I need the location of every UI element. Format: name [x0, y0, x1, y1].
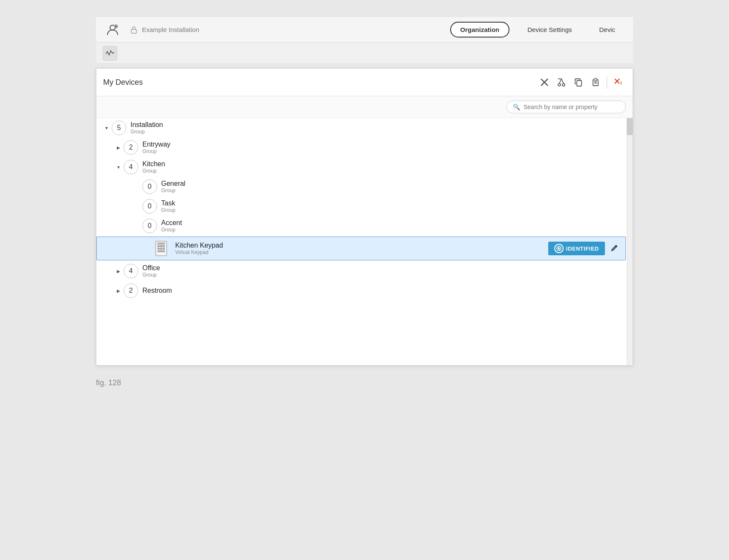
activity-icon[interactable]	[103, 46, 117, 61]
collapse-arrow-installation[interactable]: ▼	[103, 124, 110, 131]
device-name-block: Kitchen Keypad Virtual Keypad	[175, 242, 542, 255]
panel-actions: !	[537, 75, 626, 90]
label-accent: Accent Group	[161, 219, 182, 233]
identified-badge: IDENTIFIED	[548, 242, 605, 255]
svg-rect-23	[160, 245, 162, 247]
badge-installation: 5	[112, 121, 126, 135]
identified-icon	[554, 244, 564, 253]
scroll-thumb[interactable]	[627, 118, 633, 135]
copy-button[interactable]	[571, 75, 586, 90]
search-wrapper[interactable]: 🔍	[506, 101, 626, 113]
main-panel: My Devices	[96, 68, 633, 366]
badge-entryway: 2	[124, 140, 138, 155]
tree-item-entryway[interactable]: ▶ 2 Entryway Group	[96, 138, 633, 157]
search-input[interactable]	[524, 104, 619, 110]
fig-caption: fig. 128	[96, 378, 121, 387]
panel-header: My Devices	[96, 69, 633, 96]
svg-point-6	[562, 84, 565, 86]
svg-rect-21	[163, 243, 165, 244]
badge-accent: 0	[142, 219, 157, 233]
install-label: Example Installation	[129, 25, 199, 35]
collapse-arrow-kitchen[interactable]: ▼	[115, 164, 122, 170]
delete-button[interactable]	[537, 75, 552, 90]
device-settings-button[interactable]: Device Settings	[518, 23, 581, 37]
svg-rect-29	[160, 251, 162, 252]
activity-bar	[96, 43, 633, 64]
paste-button[interactable]	[588, 75, 603, 90]
svg-rect-30	[163, 251, 165, 252]
svg-rect-24	[163, 245, 165, 247]
svg-rect-20	[160, 243, 162, 244]
panel-title: My Devices	[103, 78, 537, 87]
device-row-kitchen-keypad[interactable]: Kitchen Keypad Virtual Keypad	[96, 237, 626, 260]
svg-line-7	[559, 79, 561, 84]
tree-item-kitchen[interactable]: ▼ 4 Kitchen Group	[96, 157, 633, 177]
svg-rect-26	[160, 248, 162, 249]
svg-rect-2	[131, 29, 136, 33]
svg-rect-25	[158, 248, 159, 249]
svg-text:!: !	[620, 81, 622, 86]
svg-rect-10	[577, 81, 581, 86]
tree-item-task[interactable]: ▶ 0 Task Group	[96, 196, 633, 216]
scrollbar[interactable]	[627, 118, 633, 365]
label-restroom: Restroom	[142, 287, 172, 294]
label-kitchen: Kitchen Group	[142, 160, 165, 174]
devices-button[interactable]: Devic	[590, 23, 625, 37]
badge-restroom: 2	[124, 283, 138, 298]
search-bar-row: 🔍	[96, 96, 633, 118]
label-installation: Installation Group	[130, 121, 163, 135]
cut-button[interactable]	[554, 75, 569, 90]
device-list: ▼ 5 Installation Group ▶ 2 Entryway Grou…	[96, 118, 633, 365]
badge-task: 0	[142, 199, 157, 214]
tree-item-office[interactable]: ▶ 4 Office Group	[96, 261, 633, 281]
badge-office: 4	[124, 264, 138, 278]
user-settings-icon[interactable]	[104, 22, 121, 38]
search-icon: 🔍	[513, 104, 520, 110]
svg-rect-12	[594, 78, 597, 81]
svg-rect-19	[158, 243, 159, 244]
edit-icon[interactable]	[611, 244, 619, 254]
expand-arrow-office[interactable]: ▶	[115, 268, 122, 274]
action-divider	[607, 76, 607, 89]
svg-point-5	[558, 84, 561, 86]
badge-kitchen: 4	[124, 160, 138, 174]
organization-button[interactable]: Organization	[450, 22, 510, 38]
svg-rect-27	[163, 248, 165, 249]
svg-line-8	[561, 79, 564, 84]
expand-arrow-entryway[interactable]: ▶	[115, 144, 122, 151]
keypad-device-icon	[153, 240, 169, 257]
error-button[interactable]: !	[610, 75, 626, 90]
svg-rect-28	[158, 251, 159, 252]
top-nav: Example Installation Organization Device…	[96, 17, 633, 43]
label-office: Office Group	[142, 264, 160, 278]
expand-arrow-restroom[interactable]: ▶	[115, 287, 122, 294]
label-general: General Group	[161, 180, 185, 193]
tree-item-accent[interactable]: ▶ 0 Accent Group	[96, 216, 633, 236]
tree-item-installation[interactable]: ▼ 5 Installation Group	[96, 118, 633, 138]
tree-item-general[interactable]: ▶ 0 General Group	[96, 177, 633, 196]
label-task: Task Group	[161, 199, 175, 213]
badge-general: 0	[142, 179, 157, 194]
tree-item-restroom[interactable]: ▶ 2 Restroom	[96, 281, 633, 300]
label-entryway: Entryway Group	[142, 141, 171, 154]
svg-rect-22	[158, 245, 159, 247]
